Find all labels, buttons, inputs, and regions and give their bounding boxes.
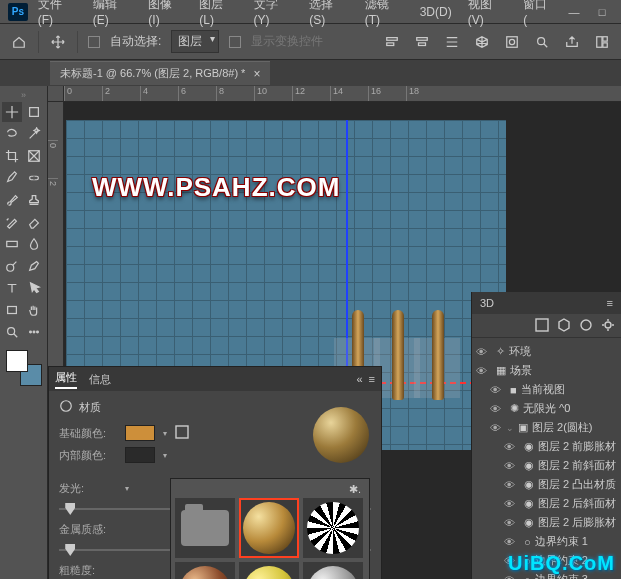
menu-type[interactable]: 文字(Y) xyxy=(248,0,300,30)
visibility-toggle-icon[interactable]: 👁 xyxy=(502,479,516,491)
3d-item[interactable]: 👁 ◉图层 2 后膨胀材 xyxy=(474,513,619,532)
search-icon[interactable] xyxy=(533,33,551,51)
3d-mode-icon[interactable] xyxy=(473,33,491,51)
window-minimize-button[interactable]: — xyxy=(561,3,587,21)
inner-color-swatch[interactable] xyxy=(125,447,155,463)
visibility-toggle-icon[interactable]: 👁 xyxy=(502,441,516,453)
auto-select-checkbox[interactable] xyxy=(88,36,100,48)
base-color-swatch[interactable] xyxy=(125,425,155,441)
menu-3d[interactable]: 3D(D) xyxy=(414,2,458,22)
material-folder[interactable] xyxy=(175,498,235,558)
material-preset-gold[interactable] xyxy=(239,498,299,558)
color-swatches[interactable] xyxy=(6,350,42,386)
menu-file[interactable]: 文件(F) xyxy=(32,0,83,30)
material-preset-copper[interactable] xyxy=(175,562,235,579)
eyedropper-tool[interactable] xyxy=(2,168,22,188)
popup-gear-icon[interactable]: ✱. xyxy=(349,483,361,495)
move-tool[interactable] xyxy=(2,102,22,122)
align-icon-2[interactable] xyxy=(413,33,431,51)
foreground-color-swatch[interactable] xyxy=(6,350,28,372)
filter-light-icon[interactable] xyxy=(601,318,615,334)
type-tool[interactable] xyxy=(2,278,22,298)
auto-select-target[interactable]: 图层 xyxy=(171,30,219,53)
artboard-tool[interactable] xyxy=(24,102,44,122)
cylinder-2[interactable] xyxy=(392,310,404,400)
distribute-icon[interactable] xyxy=(443,33,461,51)
menu-filter[interactable]: 滤镜(T) xyxy=(359,0,410,30)
gradient-tool[interactable] xyxy=(2,234,22,254)
visibility-toggle-icon[interactable]: 👁 xyxy=(474,346,488,358)
panel-menu-icon[interactable]: ≡ xyxy=(369,373,375,385)
visibility-toggle-icon[interactable]: 👁 xyxy=(488,422,502,434)
material-preview-sphere[interactable] xyxy=(313,407,369,463)
dropdown-icon[interactable]: ▾ xyxy=(163,429,167,438)
ruler-origin[interactable] xyxy=(48,86,64,102)
visibility-toggle-icon[interactable]: 👁 xyxy=(488,403,502,415)
cylinder-3[interactable] xyxy=(432,310,444,400)
heal-tool[interactable] xyxy=(24,168,44,188)
3d-item[interactable]: 👁 ◉图层 2 凸出材质 xyxy=(474,475,619,494)
visibility-toggle-icon[interactable]: 👁 xyxy=(474,365,488,377)
workspace-icon[interactable] xyxy=(593,33,611,51)
home-icon[interactable] xyxy=(10,33,28,51)
move-tool-icon[interactable] xyxy=(49,33,67,51)
close-tab-icon[interactable]: × xyxy=(253,67,260,81)
blur-tool[interactable] xyxy=(24,234,44,254)
dodge-tool[interactable] xyxy=(2,256,22,276)
align-icon[interactable] xyxy=(383,33,401,51)
tab-info[interactable]: 信息 xyxy=(89,372,111,387)
material-preset-checker[interactable] xyxy=(303,498,363,558)
mask-icon[interactable] xyxy=(503,33,521,51)
crop-tool[interactable] xyxy=(2,146,22,166)
zoom-tool[interactable] xyxy=(2,322,22,342)
document-tab[interactable]: 未标题-1 @ 66.7% (图层 2, RGB/8#) * × xyxy=(50,61,270,85)
menu-view[interactable]: 视图(V) xyxy=(462,0,514,30)
window-maximize-button[interactable]: □ xyxy=(589,3,615,21)
tab-properties[interactable]: 属性 xyxy=(55,370,77,389)
edit-toolbar[interactable] xyxy=(24,322,44,342)
3d-item[interactable]: 👁 ◉图层 2 前斜面材 xyxy=(474,456,619,475)
menu-window[interactable]: 窗口( xyxy=(517,0,557,30)
filter-material-icon[interactable] xyxy=(579,318,593,334)
history-brush-tool[interactable] xyxy=(2,212,22,232)
pen-tool[interactable] xyxy=(24,256,44,276)
panel-collapse-icon[interactable]: « xyxy=(356,373,362,385)
menu-select[interactable]: 选择(S) xyxy=(303,0,355,30)
path-select-tool[interactable] xyxy=(24,278,44,298)
share-icon[interactable] xyxy=(563,33,581,51)
dropdown-icon[interactable]: ▾ xyxy=(125,484,129,493)
filter-mesh-icon[interactable] xyxy=(557,318,571,334)
3d-item[interactable]: 👁 ■当前视图 xyxy=(474,380,619,399)
eraser-tool[interactable] xyxy=(24,212,44,232)
panel-menu-icon[interactable]: ≡ xyxy=(607,297,613,309)
filter-all-icon[interactable] xyxy=(535,318,549,334)
material-preset-silver[interactable] xyxy=(303,562,363,579)
material-preset-yellow[interactable] xyxy=(239,562,299,579)
lasso-tool[interactable] xyxy=(2,124,22,144)
menu-image[interactable]: 图像(I) xyxy=(142,0,189,30)
wand-tool[interactable] xyxy=(24,124,44,144)
3d-item[interactable]: 👁 ○边界约束 1 xyxy=(474,532,619,551)
ruler-horizontal[interactable]: 024681012141618 xyxy=(64,86,621,102)
3d-item[interactable]: 👁 ◉图层 2 后斜面材 xyxy=(474,494,619,513)
visibility-toggle-icon[interactable]: 👁 xyxy=(488,384,502,396)
menu-edit[interactable]: 编辑(E) xyxy=(87,0,139,30)
visibility-toggle-icon[interactable]: 👁 xyxy=(502,517,516,529)
menu-layer[interactable]: 图层(L) xyxy=(193,0,243,30)
3d-item[interactable]: 👁 ✧环境 xyxy=(474,342,619,361)
3d-item[interactable]: 👁 ▦场景 xyxy=(474,361,619,380)
3d-item[interactable]: 👁⌄▣图层 2(圆柱) xyxy=(474,418,619,437)
frame-tool[interactable] xyxy=(24,146,44,166)
dropdown-icon[interactable]: ▾ xyxy=(163,451,167,460)
expand-icon[interactable]: ⌄ xyxy=(506,423,514,433)
stamp-tool[interactable] xyxy=(24,190,44,210)
visibility-toggle-icon[interactable]: 👁 xyxy=(502,460,516,472)
texture-icon[interactable] xyxy=(175,425,189,441)
tab-3d[interactable]: 3D xyxy=(480,297,494,309)
hand-tool[interactable] xyxy=(24,300,44,320)
3d-item[interactable]: 👁 ✺无限光 ^0 xyxy=(474,399,619,418)
visibility-toggle-icon[interactable]: 👁 xyxy=(502,536,516,548)
show-controls-checkbox[interactable] xyxy=(229,36,241,48)
visibility-toggle-icon[interactable]: 👁 xyxy=(502,498,516,510)
rectangle-tool[interactable] xyxy=(2,300,22,320)
